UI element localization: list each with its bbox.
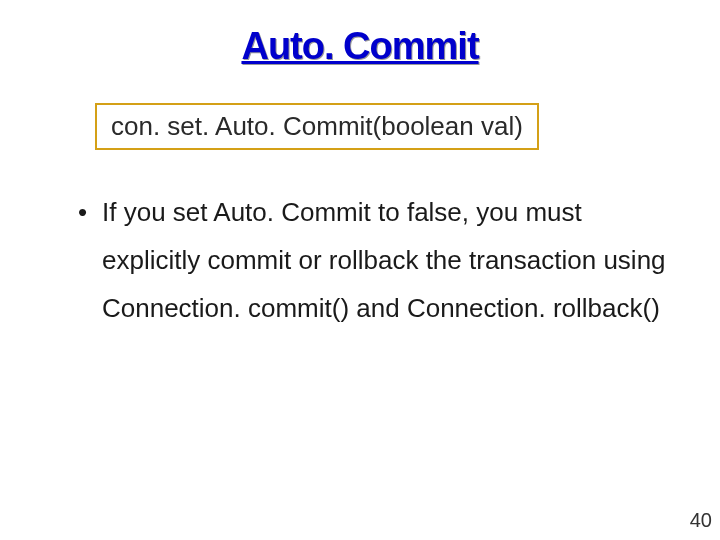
page-number: 40 [690, 509, 712, 532]
code-box: con. set. Auto. Commit(boolean val) [95, 103, 539, 150]
bullet-item: If you set Auto. Commit to false, you mu… [78, 188, 670, 332]
slide-title: Auto. Commit [50, 25, 670, 68]
bullet-list: If you set Auto. Commit to false, you mu… [50, 188, 670, 332]
slide-container: Auto. Commit con. set. Auto. Commit(bool… [0, 0, 720, 540]
